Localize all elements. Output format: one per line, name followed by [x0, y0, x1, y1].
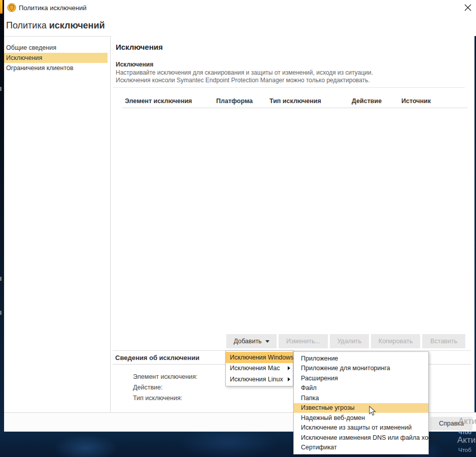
page-title: Политика исключений — [6, 20, 105, 31]
details-heading: Сведения об исключении — [115, 354, 199, 362]
exclusions-label: Исключения — [116, 61, 153, 68]
submenu-arrow-icon — [288, 377, 290, 381]
section-heading: Исключения — [116, 43, 163, 51]
menu-item-label: Исключения Windows — [230, 354, 294, 361]
sidebar-item[interactable]: Общие сведения — [4, 43, 108, 53]
column-header: Элемент исключения — [125, 97, 192, 105]
menu-item-label: Исключения Linux — [230, 376, 283, 383]
submenu-item[interactable]: Сертификат — [294, 443, 428, 453]
column-header: Платформа — [216, 97, 253, 105]
menu-item[interactable]: Исключения Windows — [226, 352, 293, 363]
column-header: Действие — [352, 97, 382, 105]
button-label: Копировать — [379, 338, 413, 345]
field-label-action: Действие: — [133, 384, 162, 391]
description-line: Исключения консоли Symantec Endpoint Pro… — [116, 77, 370, 84]
window-title: Политика исключений — [19, 4, 87, 12]
submenu-item[interactable]: Надежный веб-домен — [294, 413, 428, 423]
screen: { "window": { "title": "Политика исключе… — [0, 0, 476, 457]
divider — [113, 87, 465, 88]
mouse-cursor — [369, 406, 377, 419]
table-action-buttons: ДобавитьИзменить...УдалитьКопироватьВста… — [226, 334, 465, 348]
sidebar-list: Общие сведенияИсключенияОграничения клие… — [4, 43, 110, 73]
close-icon[interactable] — [463, 3, 472, 12]
chevron-down-icon — [265, 340, 269, 343]
title-bar: Политика исключений — [4, 0, 476, 15]
field-label-exclusion-item: Элемент исключения: — [133, 373, 197, 380]
submenu-item[interactable]: Файл — [294, 383, 428, 394]
windows-exclusions-submenu: ПриложениеПриложение для мониторингаРасш… — [293, 351, 429, 454]
background-window-fragment — [0, 0, 3, 14]
desktop-left-strip — [0, 0, 4, 457]
field-label-exclusion-type: Тип исключения: — [133, 395, 182, 402]
disabled-button-copy: Копировать — [371, 334, 420, 348]
button-label: Изменить... — [286, 338, 320, 345]
submenu-item[interactable]: Приложение для мониторинга — [294, 364, 428, 374]
activation-watermark: Чтоб — [458, 447, 471, 453]
menu-item[interactable]: Исключения Mac — [226, 363, 293, 374]
activation-watermark: Чтоб — [458, 429, 471, 435]
disabled-button-paste: Вставить — [422, 334, 465, 348]
shield-icon — [7, 3, 16, 14]
menu-item[interactable]: Исключения Linux — [226, 374, 293, 385]
column-header: Тип исключения — [269, 97, 321, 105]
add-dropdown-menu: Исключения WindowsИсключения MacИсключен… — [225, 350, 293, 386]
column-header: Источник — [401, 97, 431, 105]
submenu-item[interactable]: Расширения — [294, 373, 428, 383]
submenu-item[interactable]: Приложение — [294, 353, 428, 364]
desktop-artifact — [0, 311, 2, 315]
submenu-item[interactable]: Известные угрозы — [294, 403, 428, 413]
disabled-button-edit: Изменить... — [279, 334, 328, 348]
button-label: Вставить — [430, 338, 457, 345]
table-header-underline — [122, 108, 467, 108]
submenu-item[interactable]: Исключение из защиты от изменений — [294, 423, 428, 433]
sidebar: Общие сведенияИсключенияОграничения клие… — [4, 37, 111, 412]
activation-watermark: Акти — [458, 416, 476, 427]
button-add[interactable]: Добавить — [226, 334, 277, 348]
sidebar-item[interactable]: Ограничения клиентов — [4, 63, 108, 73]
desktop-artifact — [0, 87, 2, 91]
button-label: Удалить — [337, 338, 362, 345]
disabled-button-delete: Удалить — [330, 334, 369, 348]
activation-watermark: Акти — [457, 435, 475, 445]
sidebar-item[interactable]: Исключения — [4, 53, 108, 63]
submenu-item[interactable]: Исключение изменения DNS или файла хоста — [294, 433, 428, 443]
desktop-artifact — [0, 277, 2, 281]
menu-item-label: Исключения Mac — [230, 365, 280, 372]
button-label: Добавить — [233, 338, 261, 345]
exclusions-table-header: Элемент исключенияПлатформаТип исключени… — [111, 97, 476, 108]
submenu-item[interactable]: Папка — [294, 393, 428, 403]
submenu-arrow-icon — [288, 366, 290, 370]
description-line: Настраивайте исключения для сканирования… — [116, 69, 373, 76]
